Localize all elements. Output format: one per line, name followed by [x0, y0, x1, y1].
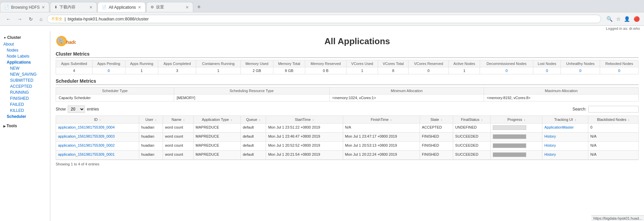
- metric-val-active-nodes: 1: [449, 67, 480, 74]
- tab-close[interactable]: ✕: [42, 5, 45, 10]
- apps-header-type[interactable]: Application Type ↕: [194, 116, 241, 124]
- metric-header-decommissioned-nodes: Decommissioned Nodes: [480, 60, 533, 67]
- app-tracking[interactable]: History: [542, 151, 588, 160]
- app-user: huadian: [139, 133, 163, 142]
- app-id[interactable]: application_1561981755309_0004: [56, 124, 139, 133]
- refresh-button[interactable]: ↻: [27, 16, 35, 22]
- tracking-link[interactable]: History: [544, 143, 556, 147]
- sidebar-item-applications[interactable]: Applications: [3, 59, 50, 65]
- app-tracking[interactable]: ApplicationMaster: [542, 124, 588, 133]
- tab-downloads[interactable]: ⬇ 下载内容 ✕: [50, 2, 97, 12]
- apps-header-user[interactable]: User ↕: [139, 116, 163, 124]
- url-box[interactable]: 不安全 | bigdata-hpsk01.huadian.com:8088/cl…: [47, 15, 601, 23]
- tab-settings[interactable]: ⚙ 设置 ✕: [146, 2, 193, 12]
- sched-header-resource-type: Scheduling Resource Type: [174, 87, 329, 94]
- metric-val-unhealthy-nodes[interactable]: 0: [561, 67, 600, 74]
- metric-val-memory-total: 8 GB: [273, 67, 305, 74]
- sidebar-item-killed[interactable]: KILLED: [3, 107, 50, 114]
- show-select[interactable]: 20 50 100: [68, 105, 85, 113]
- apps-header-name[interactable]: Name ↕: [163, 116, 194, 124]
- tab-close-settings[interactable]: ✕: [185, 5, 189, 10]
- metric-val-memory-reserved: 0 B: [305, 67, 346, 74]
- search-icon[interactable]: 🔍: [606, 16, 613, 22]
- sched-header-min-alloc: Minimum Allocation: [329, 87, 484, 94]
- sidebar-tools-title[interactable]: Tools: [0, 122, 50, 130]
- tab-browsing-hdfs[interactable]: 📄 Browsing HDFS ✕: [0, 2, 49, 12]
- tracking-link[interactable]: History: [544, 152, 556, 156]
- sidebar-item-scheduler[interactable]: Scheduler: [0, 114, 50, 120]
- app-id[interactable]: application_1561981755309_0003: [56, 133, 139, 142]
- apps-header-tracking[interactable]: Tracking UI ↕: [542, 116, 588, 124]
- sidebar-item-running[interactable]: RUNNING: [3, 89, 50, 95]
- app-id[interactable]: application_1561981755309_0001: [56, 151, 139, 160]
- app-name: word count: [163, 151, 194, 160]
- new-tab-button[interactable]: +: [194, 2, 204, 12]
- sidebar-item-new[interactable]: NEW: [3, 65, 50, 71]
- search-label: Search:: [573, 107, 586, 112]
- sidebar-item-node-labels[interactable]: Node Labels: [0, 53, 50, 59]
- sched-header-type: Scheduler Type: [56, 87, 174, 94]
- content-area: 🐘 hadoop All Applications Cluster Metric…: [50, 31, 644, 221]
- star-icon[interactable]: ☆: [616, 16, 621, 22]
- hadoop-logo-icon: 🐘 hadoop: [56, 34, 76, 48]
- apps-header-finish[interactable]: FinishTime ↕: [343, 116, 420, 124]
- sidebar-cluster-title[interactable]: Cluster: [0, 34, 50, 41]
- apps-header-id[interactable]: ID ↕: [56, 116, 139, 124]
- tracking-link[interactable]: ApplicationMaster: [544, 125, 574, 129]
- tab-close-dl[interactable]: ✕: [89, 5, 93, 10]
- extension-icon[interactable]: 🔴: [634, 16, 640, 22]
- scheduler-metrics-title: Scheduler Metrics: [56, 78, 639, 85]
- metric-link-rebooted[interactable]: 0: [618, 69, 620, 73]
- metric-val-decommissioned-nodes[interactable]: 0: [480, 67, 533, 74]
- sidebar-item-accepted[interactable]: ACCEPTED: [3, 83, 50, 89]
- apps-header-state[interactable]: State ↕: [420, 116, 453, 124]
- sidebar-item-about[interactable]: About: [0, 41, 50, 47]
- metric-val-apps-pending[interactable]: 0: [92, 67, 125, 74]
- sidebar-applications-section: Applications NEW NEW_SAVING SUBMITTED AC…: [0, 59, 50, 114]
- sidebar-item-nodes[interactable]: Nodes: [0, 47, 50, 53]
- app-queue: default: [240, 142, 266, 151]
- apps-header-final-status[interactable]: FinalStatus ↕: [453, 116, 491, 124]
- back-button[interactable]: ←: [4, 16, 13, 22]
- metric-val-rebooted-nodes[interactable]: 0: [600, 67, 639, 74]
- apps-header-blacklisted[interactable]: Blacklisted Nodes ↕: [588, 116, 638, 124]
- url-text: bigdata-hpsk01.huadian.com:8088/cluster: [68, 16, 597, 21]
- app-id-link[interactable]: application_1561981755309_0004: [58, 125, 115, 129]
- search-input[interactable]: [588, 106, 639, 113]
- sidebar-tools-section: Tools: [0, 122, 50, 130]
- metric-val-apps-running: 1: [125, 67, 158, 74]
- app-id-link[interactable]: application_1561981755309_0002: [58, 143, 115, 147]
- tab-close-apps[interactable]: ✕: [138, 5, 141, 10]
- tracking-link[interactable]: History: [544, 134, 556, 138]
- metric-link-pending[interactable]: 0: [108, 69, 110, 73]
- app-id[interactable]: application_1561981755309_0002: [56, 142, 139, 151]
- sidebar-item-submitted[interactable]: SUBMITTED: [3, 77, 50, 83]
- metric-header-active-nodes: Active Nodes: [449, 60, 480, 67]
- home-button[interactable]: ⌂: [38, 16, 44, 22]
- metric-link-unhealthy[interactable]: 0: [579, 69, 581, 73]
- apps-header-progress[interactable]: Progress ↕: [490, 116, 542, 124]
- sidebar-item-new-saving[interactable]: NEW_SAVING: [3, 71, 50, 77]
- app-user: huadian: [139, 142, 163, 151]
- apps-header-queue[interactable]: Queue ↕: [240, 116, 266, 124]
- scheduler-metrics-table: Scheduler Type Scheduling Resource Type …: [56, 87, 639, 101]
- metric-header-memory-reserved: Memory Reserved: [305, 60, 346, 67]
- sidebar-item-failed[interactable]: FAILED: [3, 101, 50, 107]
- metric-link-decommissioned[interactable]: 0: [505, 69, 507, 73]
- metric-val-lost-nodes[interactable]: 0: [533, 67, 561, 74]
- metric-link-lost[interactable]: 0: [546, 69, 548, 73]
- app-id-link[interactable]: application_1561981755309_0003: [58, 134, 115, 138]
- forward-button[interactable]: →: [15, 16, 24, 22]
- tab-all-apps[interactable]: 📄 All Applications ✕: [98, 2, 146, 12]
- tab-icon-dl: ⬇: [54, 5, 57, 9]
- sidebar-item-finished[interactable]: FINISHED: [3, 95, 50, 101]
- app-tracking[interactable]: History: [542, 142, 588, 151]
- account-icon[interactable]: 👤: [624, 16, 630, 22]
- progress-bar: [493, 152, 526, 157]
- app-id-link[interactable]: application_1561981755309_0001: [58, 152, 115, 156]
- app-start: Mon Jul 1 20:21:54 +0800 2019: [266, 151, 343, 160]
- metric-header-containers-running: Containers Running: [196, 60, 240, 67]
- app-tracking[interactable]: History: [542, 133, 588, 142]
- apps-header-start[interactable]: StartTime ↕: [266, 116, 343, 124]
- app-progress: [490, 142, 542, 151]
